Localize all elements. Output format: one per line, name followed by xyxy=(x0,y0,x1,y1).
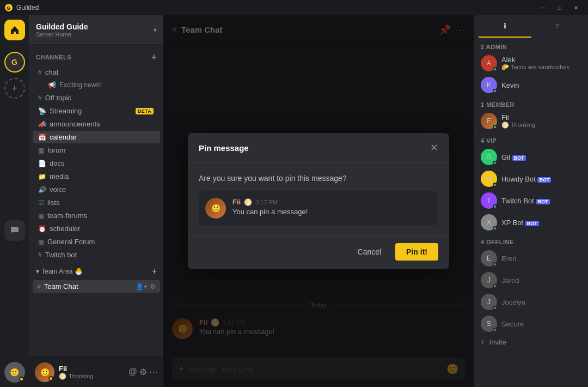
more-button[interactable]: ⋯ xyxy=(149,367,158,377)
add-server-button[interactable]: + xyxy=(4,78,25,99)
channel-label: team-forums xyxy=(47,211,154,220)
member-info: Jared xyxy=(501,276,581,285)
preview-avatar: 🙂 xyxy=(205,198,226,219)
hash-icon: # xyxy=(38,251,42,259)
member-twitch-bot[interactable]: T Twitch Bot BOT xyxy=(474,190,588,211)
sidebar-item-scheduler[interactable]: ⏰ scheduler xyxy=(33,222,160,235)
preview-emoji: 🌕 xyxy=(244,198,252,206)
channels-section-header[interactable]: Channels + xyxy=(29,49,163,65)
server-sub: Server Home xyxy=(36,31,88,38)
mention-button[interactable]: @ xyxy=(128,367,137,377)
home-icon[interactable] xyxy=(4,20,25,40)
sidebar-item-media[interactable]: 📁 media xyxy=(33,170,160,183)
section-admin-title: 2 Admin xyxy=(474,38,588,52)
maximize-button[interactable]: □ xyxy=(552,2,567,13)
chat-icon[interactable] xyxy=(4,220,25,241)
member-name: Alek xyxy=(501,56,581,64)
channel-label: scheduler xyxy=(50,225,154,233)
modal-overlay[interactable]: Pin message ✕ Are you sure you want to p… xyxy=(163,15,474,387)
sidebar-item-team-forums[interactable]: ▦ team-forums xyxy=(33,209,160,222)
section-offline-title: 4 Offline xyxy=(474,233,588,247)
sidebar-item-twitch-bot[interactable]: # Twitch bot xyxy=(33,249,160,261)
svg-text:G: G xyxy=(7,5,10,11)
status-indicator xyxy=(493,262,497,267)
member-info: XP Bot BOT xyxy=(501,219,581,227)
add-team-area-button[interactable]: + xyxy=(152,267,157,276)
member-name: Twitch Bot BOT xyxy=(501,197,581,205)
close-button[interactable]: ✕ xyxy=(568,2,584,13)
sidebar-item-calendar[interactable]: 📅 calendar xyxy=(33,131,160,143)
sidebar-item-off-topic[interactable]: # Off topic xyxy=(33,92,160,104)
member-name: Eren xyxy=(501,255,581,263)
member-alek[interactable]: A Alek 🌮 Tacos are sandwiches xyxy=(474,52,588,74)
channel-label: announcements xyxy=(50,120,154,128)
member-jocelyn[interactable]: J Jocelyn xyxy=(474,291,588,313)
members-tabs: ℹ ≡ xyxy=(474,15,588,38)
sidebar-item-voice[interactable]: 🔊 voice xyxy=(33,183,160,196)
member-fii[interactable]: F Fii 🌕 Thonking xyxy=(474,110,588,132)
sidebar-item-general-forum[interactable]: ▦ General Forum xyxy=(33,235,160,248)
member-xp-bot[interactable]: X XP Bot BOT xyxy=(474,211,588,233)
modal-title: Pin message xyxy=(199,143,249,153)
cancel-button[interactable]: Cancel xyxy=(349,243,390,261)
user-bar-actions: @ ⚙ ⋯ xyxy=(128,367,158,377)
window-controls: ─ □ ✕ xyxy=(536,2,584,13)
minimize-button[interactable]: ─ xyxy=(536,2,551,13)
member-info: Eren xyxy=(501,255,581,263)
guild-icon[interactable]: G xyxy=(4,52,25,72)
sidebar-item-docs[interactable]: 📄 docs xyxy=(33,157,160,170)
team-area-label: Team Area xyxy=(41,268,72,275)
status-indicator xyxy=(493,284,497,288)
member-info: Gil BOT xyxy=(501,153,581,161)
user-avatar-rail[interactable]: 🙂 xyxy=(4,362,25,383)
invite-button[interactable]: + Invite xyxy=(474,335,588,349)
settings-button[interactable]: ⚙ xyxy=(139,367,147,377)
tab-members-list[interactable]: ≡ xyxy=(531,15,584,38)
member-secure[interactable]: S Secure xyxy=(474,313,588,335)
member-kevin[interactable]: K Kevin xyxy=(474,74,588,96)
plus-icon: + xyxy=(481,338,485,346)
server-header[interactable]: Guilded Guide Server Home ▾ xyxy=(29,15,163,45)
status-indicator xyxy=(493,204,497,209)
modal-footer: Cancel Pin it! xyxy=(188,236,449,269)
user-avatar[interactable]: 🙂 xyxy=(35,362,54,382)
sidebar-item-streaming[interactable]: 📡 Streaming BETA xyxy=(33,105,160,117)
member-eren[interactable]: E Eren xyxy=(474,247,588,269)
member-gil[interactable]: G Gil BOT xyxy=(474,146,588,168)
bot-badge: BOT xyxy=(536,199,550,204)
server-expand-icon: ▾ xyxy=(154,26,157,34)
member-avatar: H xyxy=(481,171,497,187)
sidebar-item-chat[interactable]: # chat xyxy=(33,66,160,78)
user-bar: 🙂 Fii 🌕 Thonking @ ⚙ ⋯ xyxy=(29,356,163,387)
modal-body: Are you sure you want to pin this messag… xyxy=(188,163,449,236)
member-sub: 🌕 Thonking xyxy=(501,122,581,129)
sidebar-item-announcements[interactable]: 📣 announcements xyxy=(33,118,160,130)
channel-label: docs xyxy=(50,159,154,167)
pin-message-modal: Pin message ✕ Are you sure you want to p… xyxy=(188,133,449,269)
sidebar-item-forum[interactable]: ▦ forum xyxy=(33,144,160,156)
member-info: Secure xyxy=(501,320,581,328)
member-jared[interactable]: J Jared xyxy=(474,269,588,291)
sidebar-item-lists[interactable]: ☑ lists xyxy=(33,196,160,209)
docs-icon: 📄 xyxy=(38,160,46,167)
modal-close-button[interactable]: ✕ xyxy=(430,142,438,154)
sidebar-item-exciting-news[interactable]: 📢 Exciting news! xyxy=(33,79,160,91)
tab-info[interactable]: ℹ xyxy=(479,15,531,38)
channel-label: calendar xyxy=(50,133,154,141)
forum-icon: ▦ xyxy=(38,212,44,220)
team-area-header[interactable]: ▾ Team Area 🐣 + xyxy=(29,263,163,280)
add-channel-button[interactable]: + xyxy=(151,52,157,62)
member-howdy-bot[interactable]: H Howdy Bot BOT xyxy=(474,168,588,190)
bot-badge: BOT xyxy=(525,221,539,226)
team-chat-item[interactable]: # Team Chat 👤+ ⚙ xyxy=(33,280,160,293)
member-avatar: T xyxy=(481,192,497,209)
member-avatar: J xyxy=(481,294,497,310)
settings-icon[interactable]: ⚙ xyxy=(150,283,156,291)
rail-separator xyxy=(7,46,23,46)
pin-confirm-button[interactable]: Pin it! xyxy=(395,243,438,261)
team-area-section: ▾ Team Area 🐣 + # Team Chat 👤+ ⚙ xyxy=(29,263,163,293)
add-member-icon[interactable]: 👤+ xyxy=(136,283,148,291)
media-icon: 📁 xyxy=(38,173,46,180)
server-name: Guilded Guide xyxy=(36,22,88,31)
username: Fii xyxy=(59,365,124,373)
